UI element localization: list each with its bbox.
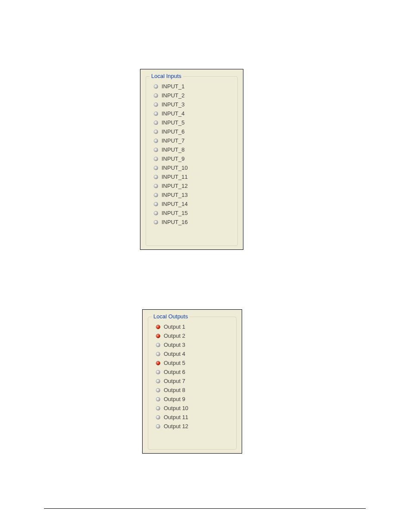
- output-row: Output 4: [156, 349, 232, 358]
- input-led-icon: [154, 175, 158, 179]
- output-led-icon: [156, 370, 160, 374]
- input-led-icon: [154, 184, 158, 188]
- input-row: INPUT_6: [154, 127, 233, 136]
- input-row: INPUT_1: [154, 82, 233, 91]
- input-row: INPUT_7: [154, 136, 233, 145]
- local-inputs-list: INPUT_1INPUT_2INPUT_3INPUT_4INPUT_5INPUT…: [154, 82, 233, 227]
- output-led-icon: [156, 397, 160, 401]
- output-led-icon: [156, 424, 160, 429]
- output-label: Output 12: [164, 422, 188, 431]
- input-label: INPUT_2: [162, 91, 184, 100]
- input-row: INPUT_10: [154, 163, 233, 172]
- input-label: INPUT_12: [162, 181, 188, 190]
- output-led-icon: [156, 388, 160, 392]
- output-led-icon: [156, 406, 160, 411]
- footer-divider: [44, 508, 366, 509]
- input-led-icon: [154, 112, 158, 116]
- local-outputs-list: Output 1Output 2Output 3Output 4Output 5…: [156, 322, 232, 431]
- input-row: INPUT_14: [154, 199, 233, 208]
- local-outputs-panel: Local Outputs Output 1Output 2Output 3Ou…: [142, 309, 242, 454]
- output-label: Output 9: [164, 395, 185, 404]
- output-label: Output 1: [164, 322, 185, 331]
- input-led-icon: [154, 121, 158, 125]
- output-row: Output 7: [156, 376, 232, 386]
- output-row: Output 8: [156, 386, 232, 395]
- output-led-icon: [156, 343, 160, 347]
- output-label: Output 11: [164, 413, 188, 422]
- output-row: Output 10: [156, 404, 232, 413]
- output-label: Output 3: [164, 340, 185, 349]
- output-led-icon: [156, 334, 160, 338]
- input-row: INPUT_13: [154, 190, 233, 199]
- input-row: INPUT_9: [154, 154, 233, 163]
- input-label: INPUT_9: [162, 154, 184, 163]
- output-led-icon: [156, 415, 160, 420]
- input-led-icon: [154, 139, 158, 143]
- input-label: INPUT_4: [162, 109, 184, 118]
- input-row: INPUT_5: [154, 118, 233, 127]
- output-led-icon: [156, 352, 160, 356]
- input-led-icon: [154, 166, 158, 170]
- input-label: INPUT_8: [162, 145, 184, 154]
- input-led-icon: [154, 193, 158, 197]
- input-label: INPUT_7: [162, 136, 184, 145]
- output-label: Output 7: [164, 376, 185, 386]
- input-led-icon: [154, 220, 158, 224]
- output-row: Output 6: [156, 367, 232, 376]
- input-led-icon: [154, 130, 158, 134]
- local-inputs-panel: Local Inputs INPUT_1INPUT_2INPUT_3INPUT_…: [140, 69, 243, 250]
- input-row: INPUT_8: [154, 145, 233, 154]
- input-led-icon: [154, 84, 158, 89]
- input-row: INPUT_12: [154, 181, 233, 190]
- input-led-icon: [154, 148, 158, 152]
- output-row: Output 5: [156, 358, 232, 367]
- output-row: Output 12: [156, 422, 232, 431]
- input-label: INPUT_5: [162, 118, 184, 127]
- output-label: Output 10: [164, 404, 188, 413]
- output-row: Output 9: [156, 395, 232, 404]
- input-label: INPUT_15: [162, 208, 188, 218]
- output-label: Output 2: [164, 331, 185, 340]
- local-outputs-group: Local Outputs Output 1Output 2Output 3Ou…: [148, 317, 237, 450]
- output-led-icon: [156, 379, 160, 383]
- local-inputs-title: Local Inputs: [149, 73, 183, 79]
- input-led-icon: [154, 157, 158, 161]
- output-row: Output 11: [156, 413, 232, 422]
- output-led-icon: [156, 325, 160, 329]
- input-label: INPUT_11: [162, 172, 188, 181]
- output-label: Output 4: [164, 349, 185, 358]
- input-led-icon: [154, 211, 158, 215]
- input-row: INPUT_2: [154, 91, 233, 100]
- input-led-icon: [154, 93, 158, 98]
- output-label: Output 5: [164, 358, 185, 367]
- output-row: Output 1: [156, 322, 232, 331]
- input-label: INPUT_10: [162, 163, 188, 172]
- output-row: Output 3: [156, 340, 232, 349]
- input-label: INPUT_3: [162, 100, 184, 109]
- output-label: Output 6: [164, 367, 185, 376]
- input-label: INPUT_13: [162, 190, 188, 199]
- local-inputs-group: Local Inputs INPUT_1INPUT_2INPUT_3INPUT_…: [146, 76, 238, 246]
- input-row: INPUT_4: [154, 109, 233, 118]
- input-label: INPUT_14: [162, 199, 188, 208]
- output-led-icon: [156, 361, 160, 365]
- input-row: INPUT_3: [154, 100, 233, 109]
- output-row: Output 2: [156, 331, 232, 340]
- local-outputs-title: Local Outputs: [152, 313, 190, 320]
- input-row: INPUT_15: [154, 208, 233, 218]
- input-row: INPUT_11: [154, 172, 233, 181]
- input-led-icon: [154, 103, 158, 107]
- input-label: INPUT_6: [162, 127, 184, 136]
- output-label: Output 8: [164, 386, 185, 395]
- input-label: INPUT_16: [162, 218, 188, 227]
- input-row: INPUT_16: [154, 218, 233, 227]
- input-label: INPUT_1: [162, 82, 184, 91]
- input-led-icon: [154, 202, 158, 206]
